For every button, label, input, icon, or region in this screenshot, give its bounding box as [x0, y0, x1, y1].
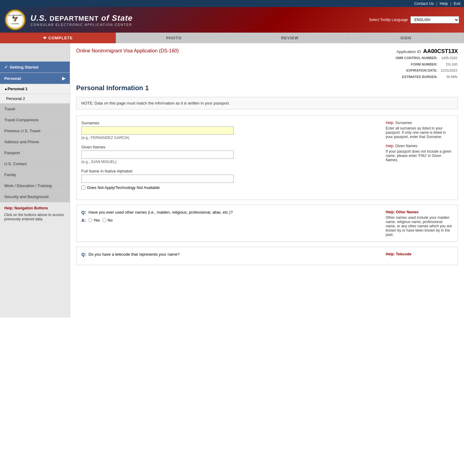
- form-label: FORM NUMBER:: [395, 62, 440, 67]
- help-surnames-text: Enter all surnames as listed in your pas…: [386, 126, 453, 139]
- given-names-input[interactable]: [81, 151, 234, 159]
- org-subtitle: Consular Electronic Application Center: [30, 23, 364, 27]
- q1-text: Have you ever used other names (i.e., ma…: [89, 210, 233, 215]
- help-given-names-header: Help: Given Names: [386, 144, 453, 148]
- does-not-apply-row: Does Not Apply/Technology Not Available: [81, 185, 380, 190]
- svg-text:OF STATE: OF STATE: [12, 23, 19, 25]
- help-given-names-text: If your passport does not include a give…: [386, 149, 453, 162]
- given-names-hint: (e.g., JUAN MIGUEL): [81, 160, 380, 164]
- sidebar-image: [0, 43, 70, 62]
- telecode-section: Q: Do you have a telecode that represent…: [76, 247, 458, 265]
- other-names-section: Q: Have you ever used other names (i.e.,…: [76, 205, 458, 242]
- sidebar-item-previous-us-travel[interactable]: Previous U.S. Travel: [0, 126, 70, 137]
- other-names-no-option[interactable]: No: [102, 218, 113, 222]
- nav-tabs: COMPLETE PHOTO REVIEW SIGN: [0, 33, 464, 43]
- telecode-qa-content: Q: Do you have a telecode that represent…: [81, 252, 380, 260]
- help-surnames-header: Help: Surnames: [386, 121, 453, 125]
- help-other-names-text: Other names used include your maiden nam…: [386, 215, 453, 237]
- burden-label: ESTIMATED BURDEN:: [395, 74, 440, 80]
- q2-label: Q:: [81, 252, 86, 257]
- exit-link[interactable]: Exit: [454, 1, 460, 6]
- omb-value: 1405-0182: [441, 55, 457, 61]
- language-selector-group: Select Tooltip Language ENGLISH FRENCH S…: [369, 16, 459, 23]
- complete-arrow-icon: [43, 37, 47, 39]
- given-names-group: Given Names (e.g., JUAN MIGUEL): [81, 145, 380, 164]
- expiration-value: 12/31/2023: [441, 68, 457, 73]
- sidebar-item-us-contact[interactable]: U.S. Contact: [0, 158, 70, 169]
- surnames-label: Surnames: [81, 121, 380, 125]
- native-name-input[interactable]: [81, 175, 234, 183]
- header-title: U.S. Department of State Consular Electr…: [30, 13, 364, 27]
- main-layout: ✓ Getting Started Personal ▶ Personal 1 …: [0, 43, 464, 318]
- help-telecode-header: Help: Telecode: [386, 252, 453, 256]
- sidebar-sub-item-personal1[interactable]: Personal 1: [0, 84, 70, 94]
- sidebar-item-personal[interactable]: Personal ▶: [0, 73, 70, 84]
- sidebar-help-text: Click on the buttons above to access pre…: [4, 213, 66, 221]
- expiration-label: EXPIRATION DATE:: [395, 68, 440, 73]
- page-title: Personal Information 1: [76, 84, 458, 92]
- help-other-names-header: Help: Other Names: [386, 210, 453, 214]
- application-header: Online Nonimmigrant Visa Application (DS…: [76, 48, 458, 80]
- tab-review[interactable]: REVIEW: [232, 33, 348, 43]
- other-names-answer: A: Yes No: [81, 218, 380, 223]
- application-id-value: AA00CST13X: [423, 48, 458, 54]
- application-meta-table: OMB CONTROL NUMBER: 1405-0182 FORM NUMBE…: [395, 55, 458, 80]
- sidebar-item-passport[interactable]: Passport: [0, 147, 70, 158]
- sidebar-item-getting-started[interactable]: ✓ Getting Started: [0, 62, 70, 73]
- names-help-panel: Help: Surnames Enter all surnames as lis…: [386, 121, 453, 195]
- sidebar-item-security-and-background[interactable]: Security and Background: [0, 191, 70, 202]
- other-names-yes-option[interactable]: Yes: [88, 218, 100, 222]
- names-form-section: Surnames (e.g., FERNANDEZ GARCIA) Given …: [76, 115, 458, 200]
- form-value: DS-160: [441, 62, 457, 67]
- help-link[interactable]: Help: [440, 1, 448, 6]
- department-seal: U.S. DEPARTMENT OF STATE 🦅: [5, 9, 26, 30]
- tooltip-lang-select[interactable]: ENGLISH FRENCH SPANISH: [410, 16, 459, 23]
- sidebar-help-section: Help: Navigation Buttons Click on the bu…: [0, 202, 70, 225]
- note-box: NOTE: Data on this page must match the i…: [76, 97, 458, 109]
- checkmark-icon: ✓: [4, 65, 8, 69]
- other-names-qa-content: Q: Have you ever used other names (i.e.,…: [81, 210, 380, 237]
- contact-us-link[interactable]: Contact Us: [414, 1, 434, 6]
- telecode-help-panel: Help: Telecode: [386, 252, 453, 260]
- sidebar-help-title: Help: Navigation Buttons: [4, 206, 66, 210]
- surnames-hint: (e.g., FERNANDEZ GARCIA): [81, 136, 380, 140]
- org-name: U.S. Department of State: [30, 13, 364, 23]
- sidebar-item-family[interactable]: Family: [0, 169, 70, 180]
- header: U.S. DEPARTMENT OF STATE 🦅 U.S. Departme…: [0, 7, 464, 33]
- application-id-row: Application ID AA00CST13X: [395, 48, 458, 55]
- surnames-input[interactable]: [81, 126, 234, 135]
- sidebar-item-travel-companions[interactable]: Travel Companions: [0, 115, 70, 126]
- native-name-group: Full Name in Native Alphabet Does Not Ap…: [81, 169, 380, 190]
- svg-text:🦅: 🦅: [12, 16, 19, 22]
- sidebar: ✓ Getting Started Personal ▶ Personal 1 …: [0, 43, 70, 318]
- top-bar: Contact Us | Help | Exit: [0, 0, 464, 7]
- application-title: Online Nonimmigrant Visa Application (DS…: [76, 48, 179, 54]
- omb-label: OMB CONTROL NUMBER:: [395, 55, 440, 61]
- sidebar-item-work-education-training[interactable]: Work / Education / Training: [0, 180, 70, 191]
- given-names-label: Given Names: [81, 145, 380, 149]
- other-names-question: Q: Have you ever used other names (i.e.,…: [81, 210, 380, 215]
- sidebar-sub-item-personal2[interactable]: Personal 2: [0, 94, 70, 104]
- other-names-yes-radio[interactable]: [88, 218, 92, 222]
- tab-sign[interactable]: SIGN: [348, 33, 464, 43]
- tab-complete[interactable]: COMPLETE: [0, 33, 116, 43]
- native-name-label: Full Name in Native Alphabet: [81, 169, 380, 173]
- does-not-apply-label: Does Not Apply/Technology Not Available: [87, 185, 160, 190]
- sidebar-item-travel[interactable]: Travel: [0, 104, 70, 115]
- tab-photo[interactable]: PHOTO: [116, 33, 232, 43]
- other-names-no-radio[interactable]: [102, 218, 106, 222]
- names-fields: Surnames (e.g., FERNANDEZ GARCIA) Given …: [81, 121, 380, 195]
- telecode-question: Q: Do you have a telecode that represent…: [81, 252, 380, 257]
- content-area: Online Nonimmigrant Visa Application (DS…: [70, 43, 464, 318]
- q1-label: Q:: [81, 210, 86, 215]
- other-names-help-panel: Help: Other Names Other names used inclu…: [386, 210, 453, 237]
- sidebar-item-address-and-phone[interactable]: Address and Phone: [0, 137, 70, 147]
- tooltip-lang-label: Select Tooltip Language: [369, 18, 408, 22]
- burden-value: 90 MIN: [441, 74, 457, 80]
- a1-label: A:: [81, 218, 86, 223]
- q2-text: Do you have a telecode that represents y…: [89, 252, 180, 257]
- does-not-apply-checkbox[interactable]: [81, 186, 85, 190]
- arrow-right-icon: ▶: [62, 76, 66, 81]
- surnames-group: Surnames (e.g., FERNANDEZ GARCIA): [81, 121, 380, 140]
